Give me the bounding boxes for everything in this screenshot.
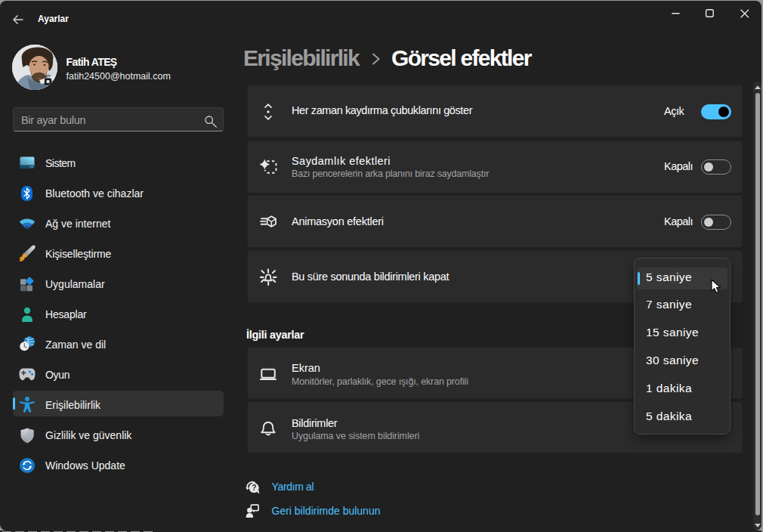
svg-text:?: ? [252, 484, 256, 492]
